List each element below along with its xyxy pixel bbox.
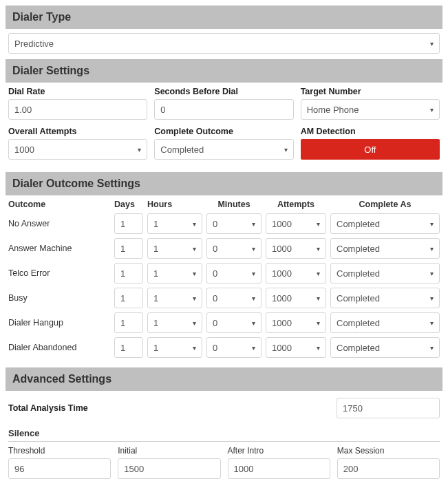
outcome-hours-select[interactable]: 1▾ [147,238,202,259]
total-analysis-input[interactable] [337,398,440,418]
chevron-down-icon: ▾ [138,146,141,153]
dial-rate-label: Dial Rate [8,87,147,96]
total-analysis-label: Total Analysis Time [8,403,330,413]
outcome-attempts-value: 1000 [272,343,292,353]
chevron-down-icon: ▾ [430,245,434,253]
section-dialer-settings: Dialer Settings [6,59,442,83]
chevron-down-icon: ▾ [193,245,196,253]
outcome-attempts-value: 1000 [272,219,292,229]
outcome-complete-as-select[interactable]: Completed▾ [330,337,440,358]
outcome-hours-select[interactable]: 1▾ [147,337,202,358]
silence-initial-label: Initial [118,446,220,456]
outcome-days-input[interactable] [114,337,143,358]
outcome-minutes-select[interactable]: 0▾ [206,213,262,234]
outcome-minutes-select[interactable]: 0▾ [206,238,262,259]
seconds-before-dial-input[interactable] [154,99,293,120]
chevron-down-icon: ▾ [252,220,255,228]
chevron-down-icon: ▾ [193,295,196,302]
outcome-attempts-value: 1000 [272,244,292,254]
outcome-hours-select[interactable]: 1▾ [147,312,202,333]
target-number-value: Home Phone [307,105,359,115]
outcome-name: Telco Error [8,268,110,278]
chevron-down-icon: ▾ [430,319,434,327]
chevron-down-icon: ▾ [317,270,320,277]
dialer-type-select[interactable]: Predictive ▾ [8,33,440,54]
outcome-days-input[interactable] [114,213,143,234]
overall-attempts-select[interactable]: 1000 ▾ [8,139,147,160]
outcome-complete-as-select[interactable]: Completed▾ [330,312,440,333]
outcome-days-input[interactable] [114,238,143,259]
col-outcome: Outcome [8,200,110,209]
outcome-hours-value: 1 [153,293,158,303]
outcome-minutes-value: 0 [213,293,217,303]
outcome-minutes-select[interactable]: 0▾ [206,288,262,308]
outcome-row: Telco Error1▾0▾1000▾Completed▾ [8,263,440,284]
section-outcome-settings: Dialer Outcome Settings [6,172,442,195]
outcome-complete-as-value: Completed [337,318,380,328]
chevron-down-icon: ▾ [284,146,288,153]
outcome-complete-as-value: Completed [337,244,380,254]
silence-max-session-input[interactable] [337,458,440,479]
chevron-down-icon: ▾ [317,319,320,327]
outcome-hours-select[interactable]: 1▾ [147,288,202,308]
outcome-attempts-select[interactable]: 1000▾ [266,238,326,259]
chevron-down-icon: ▾ [317,220,320,228]
target-number-select[interactable]: Home Phone ▾ [301,99,440,120]
outcome-complete-as-select[interactable]: Completed▾ [330,238,440,259]
outcome-complete-as-value: Completed [337,293,380,303]
chevron-down-icon: ▾ [430,106,434,114]
chevron-down-icon: ▾ [430,220,434,228]
outcome-days-input[interactable] [114,263,143,284]
silence-initial-input[interactable] [118,458,220,479]
chevron-down-icon: ▾ [317,245,320,253]
seconds-before-dial-label: Seconds Before Dial [154,87,293,96]
silence-threshold-input[interactable] [8,458,111,479]
chevron-down-icon: ▾ [193,344,196,352]
am-detection-toggle[interactable]: Off [301,139,440,160]
chevron-down-icon: ▾ [193,319,196,327]
outcome-attempts-select[interactable]: 1000▾ [266,312,326,333]
section-advanced-settings: Advanced Settings [6,367,442,391]
outcome-complete-as-select[interactable]: Completed▾ [330,288,440,308]
outcome-attempts-select[interactable]: 1000▾ [266,213,326,234]
outcome-row: Dialer Abandoned1▾0▾1000▾Completed▾ [8,337,440,358]
outcome-hours-select[interactable]: 1▾ [147,263,202,284]
outcome-name: No Answer [8,219,110,228]
chevron-down-icon: ▾ [430,295,434,302]
outcome-attempts-value: 1000 [272,268,292,279]
outcome-minutes-select[interactable]: 0▾ [206,312,262,333]
outcome-days-input[interactable] [114,288,143,308]
dialer-type-value: Predictive [14,39,54,49]
outcome-name: Dialer Abandoned [8,343,110,352]
outcome-complete-as-value: Completed [337,343,380,353]
outcome-attempts-select[interactable]: 1000▾ [266,263,326,284]
outcome-days-input[interactable] [114,312,143,333]
outcome-header-row: Outcome Days Hours Minutes Attempts Comp… [8,200,440,209]
silence-after-intro-input[interactable] [228,458,330,479]
outcome-attempts-select[interactable]: 1000▾ [266,288,326,308]
col-complete-as: Complete As [330,200,440,209]
silence-max-session-label: Max Session [337,446,440,456]
outcome-hours-value: 1 [153,268,158,279]
chevron-down-icon: ▾ [193,220,196,228]
complete-outcome-value: Completed [160,145,204,155]
outcome-complete-as-select[interactable]: Completed▾ [330,213,440,234]
outcome-minutes-select[interactable]: 0▾ [206,263,262,284]
am-detection-label: AM Detection [301,127,440,136]
outcome-attempts-select[interactable]: 1000▾ [266,337,326,358]
col-minutes: Minutes [206,200,262,209]
complete-outcome-select[interactable]: Completed ▾ [154,139,293,160]
outcome-attempts-value: 1000 [272,293,292,303]
outcome-hours-select[interactable]: 1▾ [147,213,202,234]
outcome-attempts-value: 1000 [272,318,292,328]
outcome-complete-as-select[interactable]: Completed▾ [330,263,440,284]
dial-rate-input[interactable] [8,99,147,120]
outcome-complete-as-value: Completed [337,219,380,229]
outcome-minutes-select[interactable]: 0▾ [206,337,262,358]
silence-after-intro-label: After Intro [228,446,330,456]
outcome-hours-value: 1 [153,318,158,328]
silence-subheader: Silence [8,425,440,442]
outcome-row: Answer Machine1▾0▾1000▾Completed▾ [8,238,440,259]
overall-attempts-label: Overall Attempts [8,127,147,136]
chevron-down-icon: ▾ [252,270,255,277]
